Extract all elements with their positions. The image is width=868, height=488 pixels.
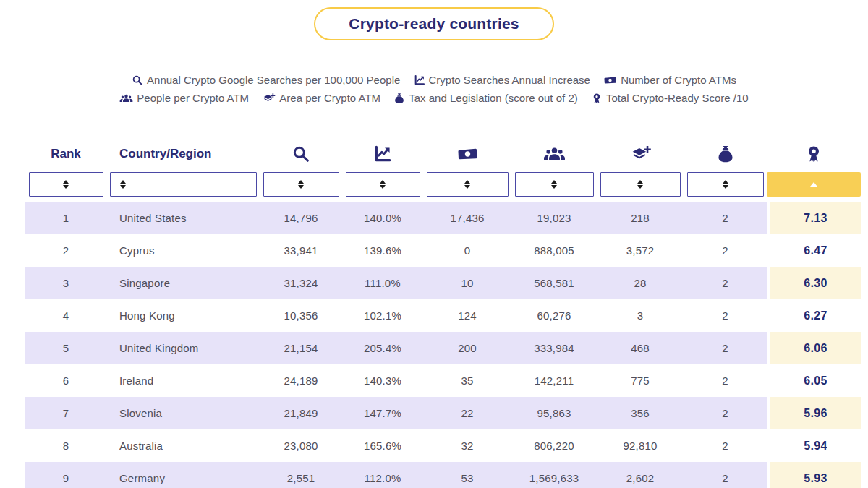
table-row: 4Hong Kong10,356102.1%12460,276326.27 (25, 299, 861, 332)
cell-increase: 102.1% (342, 299, 423, 332)
cell-atms: 32 (423, 429, 511, 462)
filter-cell (342, 172, 423, 197)
sort-arrows-icon (723, 180, 728, 189)
cell-increase: 112.0% (342, 462, 423, 488)
cell-rank: 8 (25, 429, 106, 462)
sort-control-country[interactable] (110, 172, 257, 197)
area-icon (629, 145, 652, 163)
cell-country: Cyprus (106, 234, 260, 267)
cell-searches: 31,324 (260, 267, 342, 299)
filter-cell (260, 172, 342, 197)
cell-people-per-atm: 142,211 (511, 364, 597, 397)
legend-label: Number of Crypto ATMs (621, 74, 736, 86)
people-icon (543, 145, 566, 163)
cell-searches: 23,080 (260, 429, 342, 462)
table-filter-row (25, 172, 861, 197)
cell-rank: 6 (25, 364, 106, 397)
sort-control-atms[interactable] (427, 172, 509, 197)
cell-increase: 111.0% (342, 267, 423, 299)
legend-line-1: Annual Crypto Google Searches per 100,00… (0, 71, 868, 89)
cell-area-per-atm: 3 (597, 299, 684, 332)
tax-icon (393, 93, 405, 104)
legend-label: People per Crypto ATM (137, 92, 249, 104)
cell-score: 6.05 (767, 364, 861, 397)
cell-rank: 1 (25, 202, 106, 234)
cell-tax: 2 (684, 462, 767, 488)
cell-score: 7.13 (767, 202, 861, 234)
cell-searches: 2,551 (260, 462, 342, 488)
cell-country: United Kingdom (106, 332, 260, 364)
cell-atms: 124 (423, 299, 511, 332)
cell-country: Australia (106, 429, 260, 462)
sort-ascending-icon (810, 182, 817, 187)
column-header-atms (423, 136, 511, 172)
cell-increase: 205.4% (342, 332, 423, 364)
column-header-country: Country/Region (106, 136, 260, 172)
sort-control-area-per-atm[interactable] (600, 172, 681, 197)
sort-arrows-icon (298, 180, 304, 189)
filter-cell (684, 172, 767, 197)
cell-country: Germany (106, 462, 260, 488)
legend-item: Crypto Searches Annual Increase (414, 74, 590, 86)
tax-icon (716, 145, 735, 163)
legend-label: Annual Crypto Google Searches per 100,00… (147, 74, 400, 86)
legend-label: Tax and Legislation (score out of 2) (409, 92, 577, 104)
cell-searches: 10,356 (260, 299, 342, 332)
cell-score: 5.96 (767, 397, 861, 429)
search-icon (132, 74, 143, 86)
sort-control-searches[interactable] (263, 172, 339, 197)
cell-people-per-atm: 568,581 (511, 267, 597, 299)
sort-control-score-active[interactable] (767, 172, 861, 197)
cell-area-per-atm: 356 (597, 397, 684, 429)
cell-searches: 24,189 (260, 364, 342, 397)
table-row: 2Cyprus33,941139.6%0888,0053,57226.47 (25, 234, 861, 267)
cell-people-per-atm: 1,569,633 (511, 462, 597, 488)
cell-increase: 147.7% (342, 397, 423, 429)
cell-people-per-atm: 333,984 (511, 332, 597, 364)
cell-area-per-atm: 3,572 (597, 234, 684, 267)
sort-control-rank[interactable] (29, 172, 103, 197)
people-icon (119, 93, 133, 104)
cell-rank: 3 (25, 267, 106, 299)
sort-arrows-icon (63, 180, 69, 189)
crypto-ready-page: Crypto-ready countries Annual Crypto Goo… (0, 7, 868, 488)
filter-cell (767, 172, 861, 197)
cell-score: 6.06 (767, 332, 861, 364)
legend-label: Area per Crypto ATM (279, 92, 380, 104)
sort-control-increase[interactable] (346, 172, 420, 197)
legend-item: Area per Crypto ATM (262, 92, 380, 104)
score-icon (591, 93, 603, 104)
cell-rank: 4 (25, 299, 106, 332)
column-header-rank: Rank (25, 136, 106, 172)
sort-control-people-per-atm[interactable] (515, 172, 594, 197)
cell-tax: 2 (684, 364, 767, 397)
column-header-tax (684, 136, 767, 172)
chart-increase-icon (373, 145, 392, 163)
sort-arrows-icon (380, 180, 386, 189)
cell-searches: 14,796 (260, 202, 342, 234)
legend-item: Annual Crypto Google Searches per 100,00… (132, 74, 400, 86)
cell-atms: 200 (423, 332, 511, 364)
table-row: 6Ireland24,189140.3%35142,21177526.05 (25, 364, 861, 397)
legend-label: Total Crypto-Ready Score /10 (606, 92, 749, 104)
cell-area-per-atm: 775 (597, 364, 684, 397)
cell-area-per-atm: 28 (597, 267, 684, 299)
cell-atms: 0 (423, 234, 511, 267)
filter-cell (511, 172, 597, 197)
cell-rank: 7 (25, 397, 106, 429)
cell-area-per-atm: 2,602 (597, 462, 684, 488)
table-header-row: Rank Country/Region (25, 136, 861, 172)
cell-people-per-atm: 806,220 (511, 429, 597, 462)
cell-searches: 33,941 (260, 234, 342, 267)
cell-increase: 139.6% (342, 234, 423, 267)
cell-atms: 22 (423, 397, 511, 429)
cell-country: Slovenia (106, 397, 260, 429)
cell-tax: 2 (684, 397, 767, 429)
cell-increase: 165.6% (342, 429, 423, 462)
sort-control-tax[interactable] (687, 172, 764, 197)
cell-tax: 2 (684, 429, 767, 462)
column-header-area-per-atm (597, 136, 684, 172)
cell-atms: 17,436 (423, 202, 511, 234)
cell-increase: 140.3% (342, 364, 423, 397)
legend-item: Tax and Legislation (score out of 2) (393, 92, 577, 104)
